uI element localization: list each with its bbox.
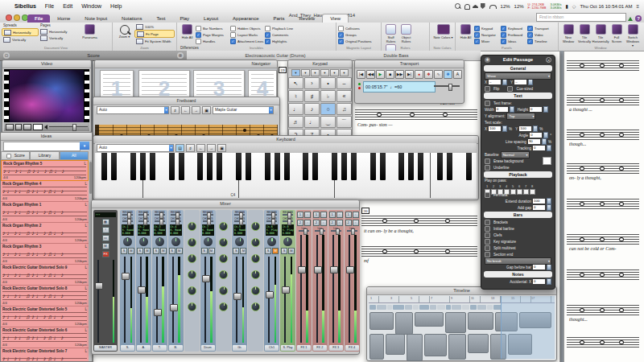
checkbox-box[interactable]: ✓: [527, 32, 533, 38]
solo-button[interactable]: S: [169, 248, 175, 254]
idea-item[interactable]: Rock Organ Rhythm 5L♪♩♪♩♫♪♩♪♫♩♪4/4120bpm: [1, 160, 89, 181]
eq-knob[interactable]: [251, 222, 260, 231]
master-solo-clear-button[interactable]: !: [102, 227, 109, 233]
input-field[interactable]: 0: [496, 107, 508, 112]
input-field[interactable]: 100: [519, 126, 531, 131]
tab-appearance[interactable]: Appearance: [225, 14, 266, 23]
black-key[interactable]: [447, 153, 452, 180]
master-config-button[interactable]: ▦: [102, 219, 109, 225]
spreads-vertically[interactable]: Vertically: [2, 36, 39, 43]
timeline-block[interactable]: [407, 334, 423, 361]
checkbox-erase-background[interactable]: [485, 158, 490, 164]
pass-checkbox[interactable]: [517, 189, 522, 195]
black-key[interactable]: [312, 153, 318, 180]
line-slider[interactable]: [299, 230, 309, 232]
cap[interactable]: [202, 275, 210, 282]
keyboard-layout-button[interactable]: ▤: [175, 144, 184, 152]
keypad-cell-r4c3[interactable]: ‿: [320, 116, 336, 128]
black-key[interactable]: [398, 153, 404, 180]
checkbox-comments[interactable]: ✓Comments: [265, 31, 299, 38]
checkbox-box[interactable]: ✓: [501, 39, 506, 44]
fretboard-sharp-button[interactable]: ♯: [171, 106, 180, 114]
cpu-percent[interactable]: 12%: [501, 4, 510, 9]
timeline-block[interactable]: [415, 312, 444, 327]
fx-2-button[interactable]: 2: [345, 220, 352, 226]
pan-knob[interactable]: [235, 237, 244, 246]
eq-knob[interactable]: [188, 270, 196, 279]
solo-button[interactable]: S: [265, 248, 271, 254]
eq-knob[interactable]: [219, 254, 228, 263]
keypad-cell-r4c4[interactable]: ⌒: [336, 116, 352, 128]
timeline-block[interactable]: [448, 334, 466, 360]
black-key[interactable]: [351, 153, 357, 180]
cap[interactable]: [233, 293, 242, 300]
eq-knob[interactable]: [251, 286, 260, 295]
ideas-search-input[interactable]: [3, 142, 80, 151]
black-key[interactable]: [111, 153, 117, 180]
eq-knob[interactable]: [219, 238, 228, 247]
tab-play[interactable]: Play: [172, 14, 196, 23]
black-key[interactable]: [408, 153, 414, 180]
eq-knob[interactable]: [219, 286, 228, 295]
tile-vertically-button[interactable]: Tile Vertically: [577, 23, 592, 43]
eq-knob[interactable]: [251, 270, 260, 279]
reverb-slider[interactable]: [266, 214, 277, 216]
keypad-layout-tab-4[interactable]: ▾: [320, 69, 329, 76]
checkbox-box[interactable]: ✓: [338, 32, 344, 38]
checkbox-box[interactable]: ✓: [501, 26, 506, 31]
switch-windows-button[interactable]: Switch Windows ▾: [625, 23, 641, 47]
thumb[interactable]: [271, 212, 275, 219]
checkbox-initial-barline[interactable]: [485, 226, 490, 232]
cap[interactable]: [138, 286, 146, 294]
cap[interactable]: [346, 266, 354, 274]
net-stats[interactable]: U: 274.2KB F: 1230.7MB: [528, 3, 547, 10]
solo-button[interactable]: S: [153, 248, 159, 254]
solo-button[interactable]: S: [233, 248, 239, 254]
thumb[interactable]: [175, 219, 180, 225]
keypad-cell-r2c4[interactable]: «: [336, 90, 352, 102]
panorama-button[interactable]: Panorama: [76, 23, 104, 39]
video-detach-button[interactable]: [6, 124, 14, 130]
chorus-slider[interactable]: [266, 220, 277, 222]
inspector-close-icon[interactable]: ✕: [546, 57, 551, 63]
mute-button[interactable]: M: [240, 248, 246, 254]
fx-fader[interactable]: [313, 233, 327, 344]
black-key[interactable]: [284, 153, 290, 180]
clock[interactable]: Thu Oct 16 10:54:01 AM: [580, 4, 632, 9]
reverb-slider[interactable]: [203, 214, 213, 216]
keypad-cell-r1c2[interactable]: ›: [304, 77, 320, 89]
cap[interactable]: [282, 286, 290, 294]
fretboard-mode-select[interactable]: Auto▾: [97, 106, 169, 114]
eq-knob[interactable]: [219, 270, 228, 279]
input-field[interactable]: –: [514, 80, 526, 84]
score-checkbox[interactable]: [6, 154, 11, 158]
zoom-option-fit-system-width[interactable]: Fit System Width: [134, 38, 175, 44]
checkbox-keypad[interactable]: ✓Keypad: [474, 25, 501, 31]
timeline-block[interactable]: [445, 312, 466, 333]
ideas-search-dropdown[interactable]: ▾: [80, 142, 89, 150]
checkbox-clefs[interactable]: [485, 232, 490, 238]
play-performance-button[interactable]: A: [453, 70, 462, 79]
pan-knob[interactable]: [171, 237, 180, 246]
idea-item[interactable]: Rock Electric Guitar Distorted Solo 6L♪♩…: [1, 327, 89, 348]
checkbox-attachment-lines[interactable]: ✓Attachment Lines: [230, 38, 265, 44]
cap[interactable]: [122, 273, 130, 280]
checkbox-fermata[interactable]: [485, 192, 490, 198]
keypad-cell-r3c1[interactable]: ♩: [288, 103, 303, 115]
thumb[interactable]: [127, 219, 131, 225]
checkbox-bar-numbers[interactable]: Bar Numbers: [196, 25, 230, 31]
black-key[interactable]: [437, 153, 443, 180]
keypad-layout-tab-2[interactable]: ▾: [301, 69, 310, 76]
stepper[interactable]: [547, 204, 551, 211]
pan-knob[interactable]: [139, 237, 148, 246]
timeline-block[interactable]: [424, 334, 447, 356]
fader[interactable]: [169, 255, 183, 344]
keyboard-next-button[interactable]: →: [207, 144, 216, 152]
stepper[interactable]: [502, 79, 507, 85]
idea-item[interactable]: Rock Organ Rhythm 2L♪♩♪♩♫♪♩♪♫♩♪4/4120bpm: [1, 223, 89, 244]
transport-panel-title[interactable]: Transport: [355, 60, 464, 68]
fader[interactable]: [121, 255, 134, 344]
fx-2-button[interactable]: 2: [329, 220, 336, 226]
black-key[interactable]: [197, 153, 203, 180]
app-menu[interactable]: Sibelius: [14, 3, 36, 9]
